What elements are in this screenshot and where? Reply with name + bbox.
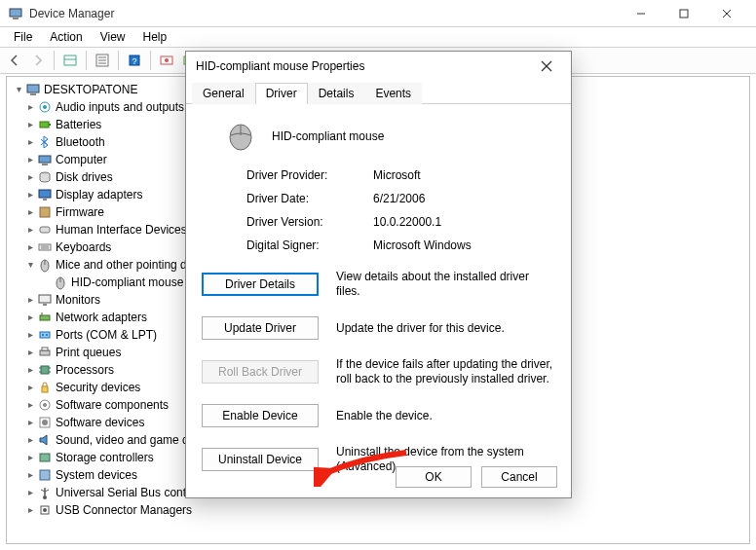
tree-root-label: DESKTOPATONE [44,81,137,98]
expand-icon[interactable]: ▸ [24,326,36,344]
window-title: Device Manager [29,7,620,20]
svg-rect-6 [64,55,76,65]
svg-point-58 [43,495,47,499]
expand-icon[interactable]: ▸ [24,379,36,396]
minimize-button[interactable] [620,0,662,27]
nav-back-button[interactable] [4,50,25,71]
expand-icon[interactable]: ▸ [24,168,36,186]
uninstall-device-button[interactable]: Uninstall Device [202,448,319,471]
ports-icon [37,327,53,343]
tree-item-label: Security devices [56,379,140,396]
tree-item[interactable]: ▸USB Connector Managers [24,501,747,519]
svg-rect-3 [680,10,688,18]
expand-icon[interactable]: ▸ [24,238,36,256]
digital-signer-label: Digital Signer: [246,238,363,252]
ok-button[interactable]: OK [396,466,472,488]
expand-icon[interactable]: ▸ [24,396,36,414]
expand-icon[interactable]: ▸ [24,186,36,203]
expand-icon[interactable]: ▸ [24,133,36,151]
svg-rect-41 [40,332,50,338]
enable-device-desc: Enable the device. [336,409,555,423]
battery-icon [37,117,53,132]
tree-item-label: Disk drives [56,168,113,186]
hid-icon [37,222,53,238]
svg-rect-56 [40,454,50,461]
toolbar-button-1[interactable] [59,50,81,71]
expand-icon[interactable]: ▸ [24,484,36,501]
nav-forward-button[interactable] [27,50,49,71]
cancel-button[interactable]: Cancel [481,466,557,488]
toolbar-button-3[interactable]: ? [124,50,145,71]
expand-icon[interactable]: ▸ [24,361,36,379]
menu-view[interactable]: View [93,28,133,46]
tab-events[interactable]: Events [364,83,422,104]
tree-item-label: Ports (COM & LPT) [56,326,157,344]
expand-icon[interactable]: ▸ [24,291,36,309]
expand-icon[interactable]: ▸ [24,414,36,431]
tab-details[interactable]: Details [308,83,365,104]
svg-point-55 [42,420,48,425]
update-driver-button[interactable]: Update Driver [202,316,319,340]
dialog-tabs: General Driver Details Events [186,81,571,104]
svg-rect-51 [42,386,48,392]
tree-item-label: Network adapters [56,309,147,326]
expand-icon[interactable]: ▸ [24,344,36,361]
close-button[interactable] [705,0,748,27]
toolbar-button-2[interactable] [92,50,113,71]
expand-icon[interactable]: ▸ [24,309,36,326]
roll-back-driver-desc: If the device fails after updating the d… [336,357,555,386]
tree-item-label: HID-compliant mouse [71,274,183,291]
computer-icon [25,82,41,97]
driver-date-value: 6/21/2006 [373,192,555,205]
svg-rect-45 [42,348,48,350]
menu-action[interactable]: Action [42,28,90,46]
swcomp-icon [37,397,53,413]
svg-text:?: ? [132,56,136,66]
menu-file[interactable]: File [6,28,40,46]
monitor-icon [37,292,53,308]
driver-provider-label: Driver Provider: [246,168,363,182]
svg-rect-17 [27,85,39,92]
tree-item-label: Human Interface Devices [56,221,187,238]
expand-icon[interactable]: ▸ [24,116,36,133]
expand-icon[interactable]: ▸ [24,431,36,449]
tree-item-label: Print queues [56,344,121,361]
svg-rect-57 [40,470,50,480]
expand-icon[interactable]: ▸ [24,151,36,168]
expand-icon[interactable]: ▸ [24,203,36,221]
tree-item-label: Audio inputs and outputs [56,98,184,116]
properties-dialog: HID-compliant mouse Properties General D… [185,51,572,498]
svg-rect-1 [13,18,19,19]
menu-help[interactable]: Help [135,28,175,46]
expand-icon[interactable]: ▸ [24,501,36,519]
tab-general[interactable]: General [192,83,255,104]
dialog-close-button[interactable] [532,52,561,81]
digital-signer-value: Microsoft Windows [373,238,555,252]
svg-point-15 [165,58,169,62]
sound-icon [37,432,53,448]
dialog-titlebar[interactable]: HID-compliant mouse Properties [186,52,571,81]
expand-icon[interactable]: ▸ [24,221,36,238]
expand-icon[interactable]: ▾ [24,256,36,274]
driver-version-label: Driver Version: [246,215,363,229]
svg-rect-39 [40,315,50,320]
tab-driver[interactable]: Driver [255,83,308,104]
mouse-icon [37,257,53,273]
tree-item-label: Batteries [56,116,101,133]
svg-rect-38 [43,304,47,306]
expand-icon[interactable]: ▸ [24,98,36,116]
svg-point-53 [43,403,47,407]
svg-rect-46 [41,366,49,374]
expand-icon[interactable]: ▸ [24,449,36,466]
expand-icon[interactable]: ▸ [24,466,36,484]
svg-rect-27 [43,199,47,201]
security-icon [37,380,53,395]
svg-point-63 [43,508,47,512]
svg-rect-21 [40,122,49,128]
svg-rect-0 [10,9,21,17]
maximize-button[interactable] [662,0,705,27]
enable-device-button[interactable]: Enable Device [202,404,319,427]
svg-rect-30 [39,244,51,250]
toolbar-button-4[interactable] [156,50,177,71]
driver-details-button[interactable]: Driver Details [202,273,319,296]
